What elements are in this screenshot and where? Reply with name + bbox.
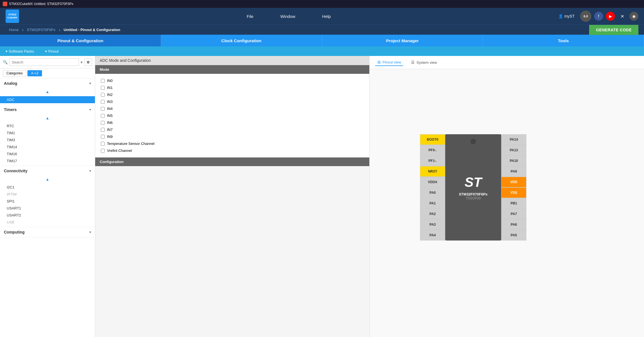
ic-logo: ST — [465, 175, 482, 190]
ic-pin-pb1[interactable]: PB1 — [501, 198, 526, 209]
file-menu[interactable]: File — [244, 13, 256, 20]
chevron-down-icon: ▾ — [6, 49, 8, 53]
ic-pin-pa6[interactable]: PA6 — [501, 219, 526, 230]
in0-checkbox[interactable] — [101, 79, 105, 83]
ic-pin-pa9[interactable]: PA9 — [501, 166, 526, 177]
sidebar-item-spi1[interactable]: SPI1 — [0, 198, 95, 205]
ic-pin-pa0[interactable]: PA0 — [420, 187, 445, 198]
timers-section-header[interactable]: Timers ▾ — [0, 105, 95, 115]
version-badge: 6.0 — [580, 11, 591, 22]
analog-section-header[interactable]: Analog ▾ — [0, 78, 95, 88]
breadcrumb: Home › STM32F070F6Px › Untitled - Pinout… — [0, 25, 644, 35]
facebook-icon[interactable]: f — [594, 12, 603, 21]
mode-item-in3: IN3 — [101, 98, 364, 105]
computing-section-title: Computing — [4, 230, 25, 234]
ic-pin-pa1[interactable]: PA1 — [420, 198, 445, 209]
tab-tools[interactable]: Tools — [483, 35, 644, 46]
in4-checkbox[interactable] — [101, 107, 105, 111]
in3-checkbox[interactable] — [101, 100, 105, 104]
breadcrumb-current[interactable]: Untitled - Pinout & Configuration — [60, 28, 123, 32]
computing-collapse-icon: ▾ — [89, 230, 91, 234]
subtab-software-packs[interactable]: ▾ Software Packs — [6, 49, 34, 53]
connectivity-section-title: Connectivity — [4, 169, 27, 173]
in6-checkbox[interactable] — [101, 121, 105, 125]
tab-project[interactable]: Project Manager — [322, 35, 483, 46]
in7-checkbox[interactable] — [101, 128, 105, 132]
app-logo: STM32 CubeMX — [6, 10, 19, 23]
extra-icon[interactable]: ◉ — [629, 12, 638, 21]
ic-pin-vdd[interactable]: VDD — [501, 177, 526, 187]
connectivity-section-header[interactable]: Connectivity ▾ — [0, 166, 95, 176]
chevron-down-icon-2: ▾ — [45, 49, 47, 53]
ic-pin-pf1[interactable]: PF1-. — [420, 155, 445, 166]
ic-pin-pa13[interactable]: PA13 — [501, 145, 526, 155]
analog-collapse-icon: ▾ — [89, 81, 91, 85]
ic-pin-pa5[interactable]: PA5 — [501, 230, 526, 241]
mode-item-in1: IN1 — [101, 84, 364, 91]
title-bar: STM32CubeMX Untitled: STM32F070F6Px — [0, 0, 644, 8]
connectivity-expand-arrow[interactable]: ▲ — [0, 176, 95, 183]
view-tabs: ⊞ Pinout view ☰ System view — [370, 56, 644, 69]
sidebar-item-i2c1[interactable]: I2C1 — [0, 184, 95, 191]
system-view-tab[interactable]: ☰ System view — [409, 59, 439, 66]
logo-area: STM32 CubeMX — [6, 10, 19, 23]
connectivity-collapse-icon: ▾ — [89, 169, 91, 173]
ic-pin-pa7[interactable]: PA7 — [501, 209, 526, 219]
window-menu[interactable]: Window — [278, 13, 297, 20]
sidebar-search-area: 🔍 ▾ ⚙ — [0, 56, 95, 69]
computing-section-header[interactable]: Computing ▾ — [0, 227, 95, 237]
sidebar-item-tim17[interactable]: TIM17 — [0, 157, 95, 164]
ic-pin-vdda[interactable]: VDDA — [420, 177, 445, 187]
in9-checkbox[interactable] — [101, 135, 105, 139]
in2-checkbox[interactable] — [101, 93, 105, 97]
ic-pin-nrst[interactable]: NRST — [420, 166, 445, 177]
pinout-view-tab[interactable]: ⊞ Pinout view — [375, 59, 403, 66]
ic-pin-pa3[interactable]: PA3 — [420, 219, 445, 230]
mode-section-header: Mode — [95, 65, 369, 74]
ic-pin-pa14[interactable]: PA14 — [501, 134, 526, 145]
breadcrumb-home[interactable]: Home — [6, 28, 22, 32]
az-filter-button[interactable]: A->Z — [27, 70, 42, 76]
help-menu[interactable]: Help — [320, 13, 333, 20]
ic-package: TSSOP20 — [466, 196, 481, 200]
categories-filter-button[interactable]: Categories — [3, 70, 26, 76]
search-icon: 🔍 — [3, 60, 8, 64]
temp-checkbox[interactable] — [101, 142, 105, 146]
ic-pin-pa4[interactable]: PA4 — [420, 230, 445, 241]
ic-pin-vss[interactable]: VSS — [501, 187, 526, 198]
youtube-icon[interactable]: ▶ — [606, 12, 615, 21]
ic-left-pins: BOOT0 PF0-. PF1-. NRST VDDA PA0 PA1 PA2 … — [420, 134, 445, 241]
settings-button[interactable]: ⚙ — [84, 58, 92, 66]
sidebar-item-tim3[interactable]: TIM3 — [0, 136, 95, 143]
subtab-pinout[interactable]: ▾ Pinout — [45, 49, 59, 53]
ic-pin-pa10[interactable]: PA10 — [501, 155, 526, 166]
ic-pin-pa2[interactable]: PA2 — [420, 209, 445, 219]
main-content: 🔍 ▾ ⚙ Categories A->Z Analog ▾ ▲ ADC Tim… — [0, 56, 644, 337]
timers-expand-arrow[interactable]: ▲ — [0, 115, 95, 121]
timers-section-title: Timers — [4, 107, 17, 112]
sidebar-item-adc[interactable]: ADC — [0, 96, 95, 103]
sidebar-item-tim1[interactable]: TIM1 — [0, 129, 95, 136]
mode-item-in6: IN6 — [101, 119, 364, 126]
twitter-icon[interactable]: ✕ — [618, 12, 627, 21]
mode-list: IN0 IN1 IN2 IN3 IN4 IN5 — [95, 74, 369, 157]
generate-code-button[interactable]: GENERATE CODE — [589, 25, 638, 35]
ic-pin-boot0[interactable]: BOOT0 — [420, 134, 445, 145]
sub-tab-bar: ▾ Software Packs ▾ Pinout — [0, 46, 644, 56]
sidebar-item-tim14[interactable]: TIM14 — [0, 143, 95, 150]
tab-clock[interactable]: Clock Configuration — [161, 35, 322, 46]
sidebar-item-usart1[interactable]: USART1 — [0, 205, 95, 212]
tab-pinout[interactable]: Pinout & Configuration — [0, 35, 161, 46]
breadcrumb-device[interactable]: STM32F070F6Px — [24, 28, 59, 32]
ic-pin-pf0[interactable]: PF0-. — [420, 145, 445, 155]
search-input[interactable] — [9, 58, 79, 66]
myst-link[interactable]: 👤 myST — [558, 14, 575, 18]
in1-checkbox[interactable] — [101, 86, 105, 90]
analog-expand-arrow[interactable]: ▲ — [0, 88, 95, 95]
sidebar-item-tim16[interactable]: TIM16 — [0, 150, 95, 157]
vrefint-checkbox[interactable] — [101, 149, 105, 153]
sidebar-item-usart2[interactable]: USART2 — [0, 212, 95, 219]
config-section-header: Configuration — [95, 157, 369, 166]
sidebar-item-rtc[interactable]: RTC — [0, 122, 95, 129]
in5-checkbox[interactable] — [101, 114, 105, 118]
